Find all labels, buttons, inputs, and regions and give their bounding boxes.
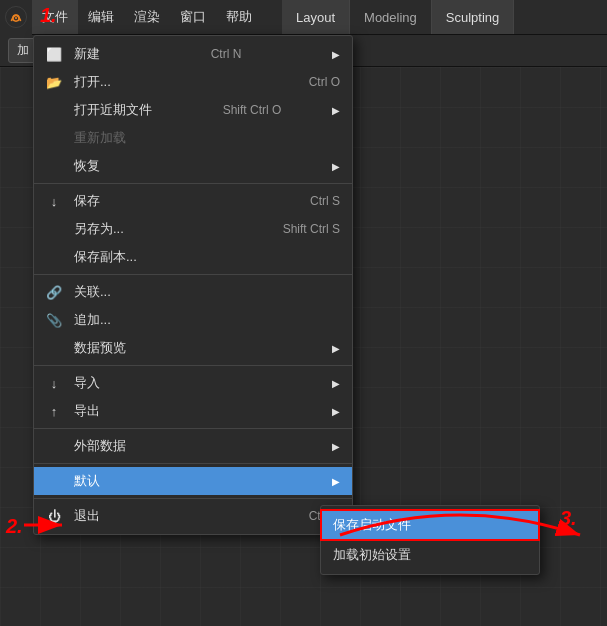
menu-item-import[interactable]: ↓ 导入 ▶ (34, 369, 352, 397)
arrow-icon-import: ▶ (332, 378, 340, 389)
menu-item-save-as[interactable]: 另存为... Shift Ctrl S (34, 215, 352, 243)
defaults-submenu: 保存启动文件 加载初始设置 (320, 505, 540, 575)
menu-item-save[interactable]: ↓ 保存 Ctrl S (34, 187, 352, 215)
menu-item-link[interactable]: 🔗 关联... (34, 278, 352, 306)
arrow-icon-recent: ▶ (332, 105, 340, 116)
menu-item-open[interactable]: 📂 打开... Ctrl O (34, 68, 352, 96)
file-dropdown: ⬜ 新建 Ctrl N ▶ 📂 打开... Ctrl O 打开近期文件 Shif… (33, 35, 353, 535)
arrow-icon: ▶ (332, 49, 340, 60)
menu-item-open-recent[interactable]: 打开近期文件 Shift Ctrl O ▶ (34, 96, 352, 124)
link-icon: 🔗 (44, 285, 64, 300)
menu-edit[interactable]: 编辑 (78, 0, 124, 34)
export-icon: ↑ (44, 404, 64, 419)
menu-item-reload: 重新加载 (34, 124, 352, 152)
separator-6 (34, 498, 352, 499)
menu-item-new[interactable]: ⬜ 新建 Ctrl N ▶ (34, 40, 352, 68)
menu-item-quit[interactable]: ⏻ 退出 Ctrl Q (34, 502, 352, 530)
arrow-icon-data: ▶ (332, 343, 340, 354)
quit-icon: ⏻ (44, 509, 64, 524)
workspace-tabs: Layout Modeling Sculpting (282, 0, 514, 34)
new-icon: ⬜ (44, 47, 64, 62)
separator-1 (34, 183, 352, 184)
submenu-item-load-factory[interactable]: 加载初始设置 (321, 540, 539, 570)
submenu-item-save-startup[interactable]: 保存启动文件 (321, 510, 539, 540)
menu-help[interactable]: 帮助 (216, 0, 262, 34)
menu-window[interactable]: 窗口 (170, 0, 216, 34)
separator-2 (34, 274, 352, 275)
menu-item-external-data[interactable]: 外部数据 ▶ (34, 432, 352, 460)
separator-5 (34, 463, 352, 464)
menu-item-defaults[interactable]: 默认 ▶ (34, 467, 352, 495)
tab-modeling[interactable]: Modeling (350, 0, 432, 34)
separator-3 (34, 365, 352, 366)
open-icon: 📂 (44, 75, 64, 90)
import-icon: ↓ (44, 376, 64, 391)
menu-bar: 文件 编辑 渲染 窗口 帮助 (32, 0, 262, 34)
save-icon: ↓ (44, 194, 64, 209)
menu-file[interactable]: 文件 (32, 0, 78, 34)
menu-item-recover[interactable]: 恢复 ▶ (34, 152, 352, 180)
menu-item-save-copy[interactable]: 保存副本... (34, 243, 352, 271)
blender-logo[interactable] (0, 0, 32, 35)
tab-layout[interactable]: Layout (282, 0, 350, 34)
svg-point-2 (15, 17, 17, 19)
menu-render[interactable]: 渲染 (124, 0, 170, 34)
tab-sculpting[interactable]: Sculpting (432, 0, 514, 34)
top-bar: 文件 编辑 渲染 窗口 帮助 Layout Modeling Sculpting (0, 0, 607, 35)
arrow-icon-recover: ▶ (332, 161, 340, 172)
menu-item-data-preview[interactable]: 数据预览 ▶ (34, 334, 352, 362)
arrow-icon-export: ▶ (332, 406, 340, 417)
arrow-icon-ext: ▶ (332, 441, 340, 452)
menu-item-append[interactable]: 📎 追加... (34, 306, 352, 334)
separator-4 (34, 428, 352, 429)
append-icon: 📎 (44, 313, 64, 328)
arrow-icon-defaults: ▶ (332, 476, 340, 487)
menu-item-export[interactable]: ↑ 导出 ▶ (34, 397, 352, 425)
